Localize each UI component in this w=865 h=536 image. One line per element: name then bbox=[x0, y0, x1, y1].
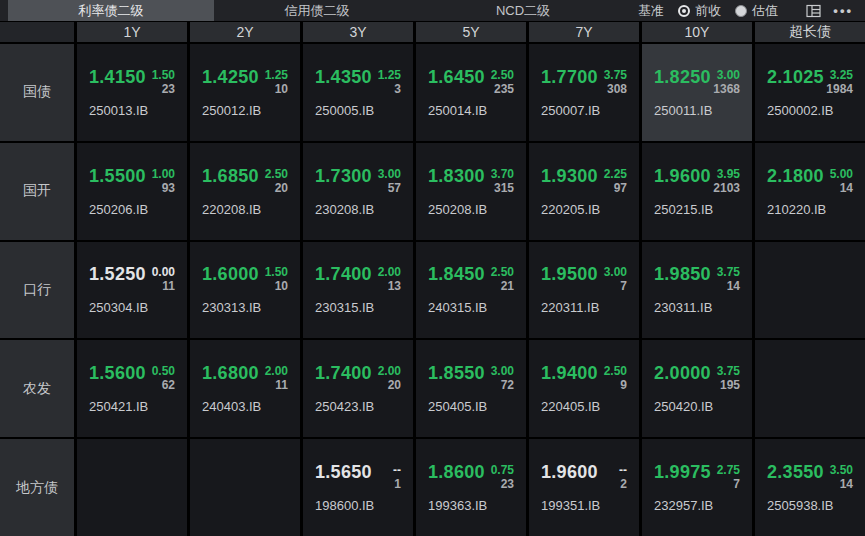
quote-cell[interactable]: 2.00003.75195250420.IB bbox=[642, 340, 752, 437]
trade-count: 72 bbox=[501, 378, 514, 392]
change-value: 2.50 bbox=[265, 167, 288, 181]
bond-code: 250014.IB bbox=[428, 103, 514, 118]
quote-cell[interactable]: 1.5650--1198600.IB bbox=[303, 439, 413, 536]
quote-cell[interactable]: 1.68002.0011240403.IB bbox=[190, 340, 300, 437]
yield-value: 1.7300 bbox=[315, 166, 372, 187]
row-label: 口行 bbox=[0, 242, 74, 339]
yield-value: 1.9975 bbox=[654, 462, 711, 483]
trade-count: 10 bbox=[275, 82, 288, 96]
bond-code: 199351.IB bbox=[541, 498, 627, 513]
bond-code: 250215.IB bbox=[654, 202, 740, 217]
change-value: 3.00 bbox=[378, 167, 401, 181]
quote-cell[interactable]: 1.86000.7523199363.IB bbox=[416, 439, 526, 536]
trade-count: 11 bbox=[162, 279, 175, 293]
trade-count: 2 bbox=[620, 477, 627, 491]
quote-cell[interactable]: 2.35503.50142505938.IB bbox=[755, 439, 865, 536]
yield-value: 2.3550 bbox=[767, 462, 824, 483]
yield-value: 1.5650 bbox=[315, 462, 372, 483]
column-header-5[interactable]: 7Y bbox=[529, 22, 639, 42]
quote-cell[interactable]: 1.43501.253250005.IB bbox=[303, 44, 413, 141]
radio-prev-close[interactable]: 前收 bbox=[678, 2, 721, 20]
change-value: 1.50 bbox=[265, 265, 288, 279]
quote-cell[interactable]: 1.82503.001368250011.IB bbox=[642, 44, 752, 141]
quote-cell[interactable]: 1.94002.509220405.IB bbox=[529, 340, 639, 437]
trade-count: 308 bbox=[607, 82, 627, 96]
quote-cell[interactable]: 1.52500.0011250304.IB bbox=[77, 242, 187, 339]
yield-value: 1.8250 bbox=[654, 67, 711, 88]
row-label: 国债 bbox=[0, 44, 74, 141]
yield-value: 1.6450 bbox=[428, 67, 485, 88]
quote-cell[interactable]: 1.98503.7514230311.IB bbox=[642, 242, 752, 339]
quote-cell[interactable]: 2.10253.2519842500002.IB bbox=[755, 44, 865, 141]
trade-count: 2103 bbox=[713, 181, 740, 195]
column-header-4[interactable]: 5Y bbox=[416, 22, 526, 42]
quote-cell[interactable]: 1.95003.007220311.IB bbox=[529, 242, 639, 339]
bond-code: 230313.IB bbox=[202, 300, 288, 315]
yield-value: 1.9600 bbox=[541, 462, 598, 483]
tab-rates-secondary[interactable]: 利率债二级 bbox=[8, 0, 214, 21]
quote-grid: 国债1.41501.5023250013.IB1.42501.251025001… bbox=[0, 44, 865, 536]
bond-code: 230208.IB bbox=[315, 202, 401, 217]
column-header-2[interactable]: 2Y bbox=[190, 22, 300, 42]
quote-cell[interactable]: 1.55001.0093250206.IB bbox=[77, 143, 187, 240]
column-header-6[interactable]: 10Y bbox=[642, 22, 752, 42]
quote-cell[interactable]: 1.64502.50235250014.IB bbox=[416, 44, 526, 141]
yield-value: 1.5600 bbox=[89, 363, 146, 384]
quote-cell[interactable]: 1.84502.5021240315.IB bbox=[416, 242, 526, 339]
benchmark-bar: 基准 前收 估值 bbox=[626, 0, 802, 21]
yield-value: 1.4250 bbox=[202, 67, 259, 88]
tab-ncd-secondary[interactable]: NCD二级 bbox=[420, 0, 626, 21]
change-value: 3.75 bbox=[717, 364, 740, 378]
yield-value: 1.9300 bbox=[541, 166, 598, 187]
change-value: 3.00 bbox=[604, 265, 627, 279]
tab-credit-secondary[interactable]: 信用债二级 bbox=[214, 0, 420, 21]
bond-code: 250421.IB bbox=[89, 399, 175, 414]
benchmark-label: 基准 bbox=[638, 2, 664, 20]
change-value: 3.75 bbox=[604, 68, 627, 82]
change-value: -- bbox=[393, 463, 401, 477]
yield-value: 1.7700 bbox=[541, 67, 598, 88]
bond-code: 198600.IB bbox=[315, 498, 401, 513]
change-value: 2.50 bbox=[604, 364, 627, 378]
quote-cell[interactable]: 2.18005.0014210220.IB bbox=[755, 143, 865, 240]
change-value: 2.00 bbox=[378, 265, 401, 279]
bond-code: 250420.IB bbox=[654, 399, 740, 414]
row-label: 地方债 bbox=[0, 439, 74, 536]
layout-panel-icon[interactable] bbox=[806, 4, 821, 18]
quote-cell[interactable]: 1.41501.5023250013.IB bbox=[77, 44, 187, 141]
quote-cell[interactable]: 1.73003.0057230208.IB bbox=[303, 143, 413, 240]
column-header-7[interactable]: 超长债 bbox=[755, 22, 865, 42]
yield-value: 1.7400 bbox=[315, 264, 372, 285]
yield-value: 2.1800 bbox=[767, 166, 824, 187]
quote-cell[interactable]: 1.74002.0013230315.IB bbox=[303, 242, 413, 339]
quote-cell[interactable]: 1.56000.5062250421.IB bbox=[77, 340, 187, 437]
trade-count: 11 bbox=[275, 378, 288, 392]
yield-value: 2.1025 bbox=[767, 67, 824, 88]
radio-valuation[interactable]: 估值 bbox=[735, 2, 778, 20]
quote-cell[interactable]: 1.83003.70315250208.IB bbox=[416, 143, 526, 240]
quote-cell[interactable]: 1.9600--2199351.IB bbox=[529, 439, 639, 536]
quote-cell[interactable]: 1.77003.75308250007.IB bbox=[529, 44, 639, 141]
yield-value: 1.7400 bbox=[315, 363, 372, 384]
trade-count: 315 bbox=[494, 181, 514, 195]
change-value: 3.75 bbox=[717, 265, 740, 279]
quote-cell[interactable]: 1.60001.5010230313.IB bbox=[190, 242, 300, 339]
column-header-1[interactable]: 1Y bbox=[77, 22, 187, 42]
quote-cell[interactable]: 1.96003.952103250215.IB bbox=[642, 143, 752, 240]
change-value: 5.00 bbox=[830, 167, 853, 181]
change-value: 2.50 bbox=[491, 265, 514, 279]
change-value: 1.50 bbox=[152, 68, 175, 82]
column-header-3[interactable]: 3Y bbox=[303, 22, 413, 42]
trade-count: 23 bbox=[162, 82, 175, 96]
more-icon[interactable]: ••• bbox=[833, 6, 853, 16]
quote-cell[interactable]: 1.93002.2597220205.IB bbox=[529, 143, 639, 240]
quote-cell[interactable]: 1.42501.2510250012.IB bbox=[190, 44, 300, 141]
change-value: 0.50 bbox=[152, 364, 175, 378]
trade-count: 21 bbox=[501, 279, 514, 293]
quote-cell[interactable]: 1.85503.0072250405.IB bbox=[416, 340, 526, 437]
bond-code: 199363.IB bbox=[428, 498, 514, 513]
empty-cell bbox=[755, 242, 865, 339]
quote-cell[interactable]: 1.74002.0020250423.IB bbox=[303, 340, 413, 437]
quote-cell[interactable]: 1.68502.5020220208.IB bbox=[190, 143, 300, 240]
quote-cell[interactable]: 1.99752.757232957.IB bbox=[642, 439, 752, 536]
